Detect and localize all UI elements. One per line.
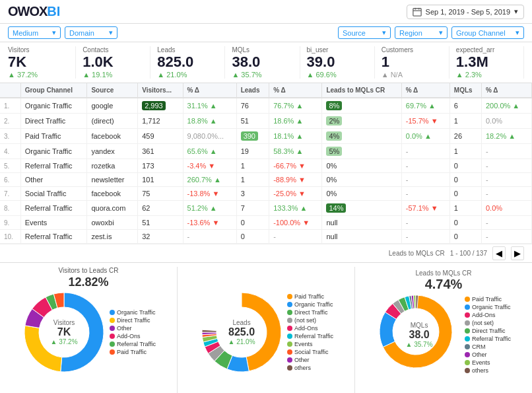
leads-legend: Paid TrafficOrganic TrafficDirect Traffi… [287,293,333,371]
row-visitors-pct: 31.1% ▲ [183,98,236,114]
visitors-donut-delta: ▲ 37.2% [51,338,78,345]
filters-bar: Medium▾ Domain▾ Source▾ Region▾ Group Ch… [0,24,532,42]
row-visitors: 361 [138,144,183,159]
row-leads: 390 [236,129,269,144]
row-group-channel: Events [20,216,87,230]
calendar-icon [413,7,422,17]
legend-item: Other [465,351,511,358]
table-row[interactable]: 6. Other newsletter 101 260.7% ▲ 1 -88.9… [0,173,532,187]
row-leads: 1 [236,159,269,173]
col-mqls[interactable]: MQLs [449,83,481,98]
data-table-section: Group Channel Source Visitors... % Δ Lea… [0,83,532,262]
col-cr[interactable]: Leads to MQLs CR [322,83,401,98]
visitors-donut-value: 7K [51,326,78,338]
table-row[interactable]: 7. Social Traffic facebook 75 -13.8% ▼ 3… [0,187,532,201]
legend-item: Referral Traffic [287,333,333,339]
row-leads-pct: -25.0% ▼ [269,187,322,201]
legend-color [110,326,115,331]
row-num: 6. [0,173,20,187]
metric-delta: ▲ 69.6% [307,71,368,79]
table-row[interactable]: 10. Referral Traffic zest.is 32 - 0 - nu… [0,230,532,244]
row-leads-pct: 133.3% ▲ [269,201,322,216]
leads-cr-spacer [265,267,267,274]
metric-label: expected_arr [456,46,517,54]
region-filter[interactable]: Region▾ [395,26,448,39]
medium-filter[interactable]: Medium▾ [8,26,61,39]
table-row[interactable]: 4. Organic Traffic yandex 361 65.6% ▲ 19… [0,144,532,159]
metric-delta: ▲ 19.1% [83,71,143,79]
row-cr-pct: - [401,216,449,230]
row-leads-pct: 58.3% ▲ [269,144,322,159]
row-num: 10. [0,230,20,244]
row-leads: 3 [236,187,269,201]
row-cr: 2% [322,114,401,129]
row-cr-pct: -57.1% ▼ [401,201,449,216]
col-visitors-pct[interactable]: % Δ [183,83,236,98]
charts-area: Visitors to Leads CR 12.82% Visitors 7K … [0,262,532,393]
col-leads[interactable]: Leads [236,83,269,98]
prev-page-button[interactable]: ◀ [492,246,506,260]
row-cr: 0% [322,173,401,187]
table-row[interactable]: 2. Direct Traffic (direct) 1,712 18.8% ▲… [0,114,532,129]
row-visitors-pct: 18.8% ▲ [183,114,236,129]
row-leads-pct: 76.7% ▲ [269,98,322,114]
col-leads-pct[interactable]: % Δ [269,83,322,98]
table-row[interactable]: 5. Referral Traffic rozetka 173 -3.4% ▼ … [0,159,532,173]
row-mqls-pct: - [481,144,531,159]
row-visitors-pct: -13.8% ▼ [183,187,236,201]
table-row[interactable]: 9. Events owoxbi 51 -13.6% ▼ 0 -100.0% ▼… [0,216,532,230]
legend-item: CRM [465,343,511,350]
row-cr: 14% [322,201,401,216]
table-row[interactable]: 3. Paid Traffic facebook 459 9,080.0%...… [0,129,532,144]
row-source: zest.is [87,230,138,244]
metric-label: MQLs [232,46,292,54]
table-row[interactable]: 8. Referral Traffic quora.com 62 51.2% ▲… [0,201,532,216]
row-leads: 0 [236,216,269,230]
col-group-channel[interactable]: Group Channel [20,83,87,98]
row-cr-pct: 0.0% ▲ [401,129,449,144]
row-mqls: 0 [449,173,481,187]
leads-donut-title: Leads [228,319,255,326]
legend-color [465,304,470,310]
metric-delta: ▲ 21.0% [157,71,218,79]
col-cr-pct[interactable]: % Δ [401,83,449,98]
legend-color [287,302,292,307]
visitors-cr-value: 12.82% [68,275,108,289]
legend-item: others [287,365,333,371]
col-source[interactable]: Source [87,83,138,98]
legend-item: Social Traffic [287,349,333,355]
metric-value: 825.0 [157,55,218,69]
mqls-donut: MQLs 38.0 ▲ 35.7% [376,292,462,378]
row-visitors: 62 [138,201,183,216]
visitors-donut-label: Visitors 7K ▲ 37.2% [51,319,78,345]
table-header-row: Group Channel Source Visitors... % Δ Lea… [0,83,532,98]
col-visitors[interactable]: Visitors... [138,83,183,98]
row-source: yandex [87,144,138,159]
metric-delta: ▲ 37.2% [8,71,69,79]
date-range-picker[interactable]: Sep 1, 2019 - Sep 5, 2019 ▾ [407,5,524,19]
group-channel-filter[interactable]: Group Channel▾ [451,26,524,39]
col-mqls-pct[interactable]: % Δ [481,83,531,98]
row-visitors-pct: 9,080.0%... [183,129,236,144]
next-page-button[interactable]: ▶ [511,246,524,260]
legend-item: Other [287,357,333,363]
row-visitors: 101 [138,173,183,187]
legend-color [287,357,292,363]
pagination-text: 1 - 100 / 137 [450,250,487,257]
metric-value: 1 [382,55,442,69]
visitors-legend: Organic TrafficDirect TrafficOtherAdd-On… [110,309,156,355]
source-filter[interactable]: Source▾ [338,26,391,39]
metric-mqls: MQLs 38.0 ▲ 35.7% [225,46,300,79]
row-cr: null [322,216,401,230]
metric-visitors: Visitors 7K ▲ 37.2% [8,46,76,79]
table-footer: Leads to MQLs CR 1 - 100 / 137 ◀ ▶ [0,244,532,262]
row-source: newsletter [87,173,138,187]
row-group-channel: Organic Traffic [20,98,87,114]
row-mqls: 1 [449,144,481,159]
row-source: google [87,98,138,114]
domain-filter[interactable]: Domain▾ [65,26,117,39]
table-row[interactable]: 1. Organic Traffic google 2,993 31.1% ▲ … [0,98,532,114]
row-mqls: 6 [449,98,481,114]
row-visitors-pct: -13.6% ▼ [183,216,236,230]
row-mqls-pct: 0.0% [481,201,531,216]
